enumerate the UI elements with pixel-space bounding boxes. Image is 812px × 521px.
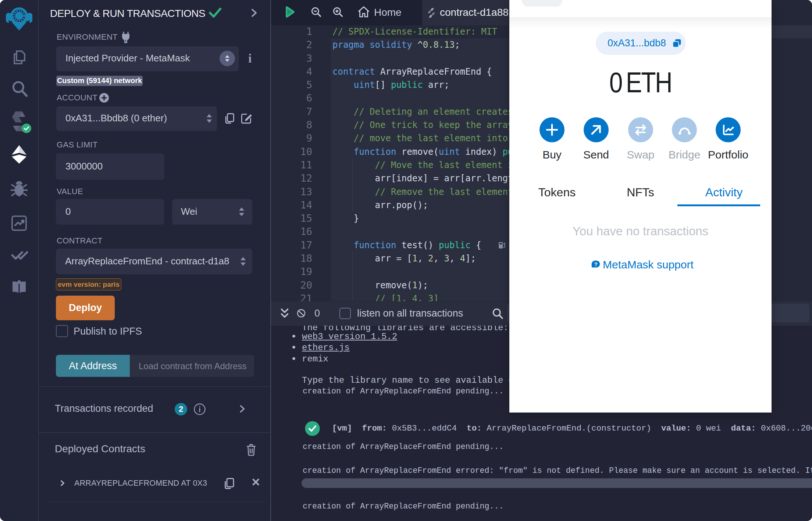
- svg-text:?: ?: [594, 261, 597, 267]
